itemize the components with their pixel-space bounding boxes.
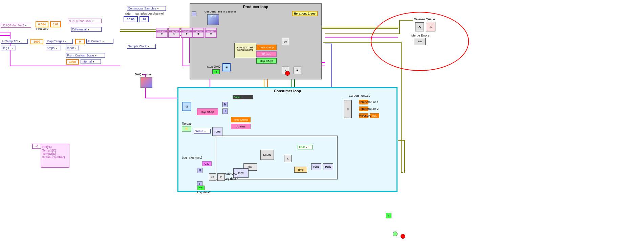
func-node-bottom-1: ≥R: [209, 173, 216, 181]
analog-2d-dbl-block[interactable]: Analog 2D DBL NChan NSamp: [234, 43, 256, 58]
time-stamp-indicator-producer: Time Stamp: [256, 45, 277, 50]
get-datetime-vi[interactable]: DATE: [207, 14, 219, 25]
tohs-node-inner-2: TOHS: [323, 163, 333, 170]
tf-constant-consumer[interactable]: TF: [197, 186, 205, 190]
merge-errors-label: Merge Errors: [411, 34, 429, 37]
stop-daq-label: stop DAQ: [207, 65, 220, 68]
continuous-samples-dropdown[interactable]: Continuous Samples: [127, 6, 166, 11]
release-queue-label: Release Queue: [414, 18, 435, 21]
file-path-label: file path: [182, 122, 193, 125]
tohs-node-1: TOHS: [212, 127, 222, 136]
rate-label: rate: [125, 12, 131, 15]
pressure-right-label: Pressure: [359, 114, 371, 117]
f-box-bottom: F: [386, 213, 391, 218]
temperature1-label: Temperature 1: [359, 100, 379, 104]
val-0004-control[interactable]: 0.004: [36, 21, 48, 27]
from-custom-scale-dropdown[interactable]: From Custom Scale: [66, 53, 105, 58]
tohs-node-inner-1: TOHS: [311, 163, 321, 170]
log-data-label-2: Log data?: [197, 191, 211, 194]
dequeue-icon: ⊡: [182, 102, 191, 111]
ai-temp-tc-dropdown[interactable]: AI Temp TC: [1, 39, 28, 44]
internal-dropdown[interactable]: Internal: [81, 59, 101, 64]
co-label: CO(%): [42, 145, 68, 149]
iteration-badge: Iteration: 1 sec: [292, 11, 318, 16]
pressure-label-left: Pressure: [36, 27, 48, 30]
samples-value-control[interactable]: 10: [139, 16, 149, 22]
n-node-bottom: N: [197, 168, 202, 173]
daqmx-block-1[interactable]: DAQmx ⊕: [156, 28, 168, 38]
enqueue-icon: ⊞: [222, 63, 231, 71]
rate-value-control[interactable]: 10.00: [124, 16, 138, 22]
val-002-control[interactable]: 0.02: [50, 21, 61, 27]
func-node-1: ≥v: [282, 38, 289, 45]
temperature1-row: DBL Temperature 1: [359, 100, 368, 104]
func-and: ∧: [284, 155, 292, 162]
val-1000a-control[interactable]: 1000: [30, 39, 43, 44]
pressure-right-row: DBL DBL Pressure: [359, 113, 379, 118]
create-dropdown[interactable]: create: [194, 129, 211, 134]
producer-loop-title: Producer loop: [243, 5, 269, 9]
consumer-loop-title: Consumer loop: [274, 89, 301, 93]
u32-box: U32: [202, 161, 212, 166]
carbonmonoxide-label: Carbonmonoxid: [349, 94, 370, 97]
deg-c-dropdown[interactable]: Deg C: [1, 46, 16, 50]
daq-module2-dropdown[interactable]: cDAQ1Mod2/ai0: [68, 19, 102, 23]
tf-constant-producer[interactable]: TF: [212, 69, 220, 74]
time-stamp-consumer: Time Stamp: [231, 117, 251, 122]
co-cluster: CO(%) Temp1(C) Temp2(C) Pressure(mbar): [41, 144, 69, 168]
daqmx-row: DAQmx ⊕ DAQmx ⊡ DAQmx ▶: [156, 28, 193, 38]
run-indicator: [393, 232, 398, 236]
val-neg0-control[interactable]: -0: [32, 144, 42, 149]
mbar-dropdown[interactable]: mbar: [66, 46, 79, 50]
temperature2-label: Temperature 2: [359, 107, 379, 111]
temperature2-row: DBL Temperature 2: [359, 106, 368, 111]
daq-cluster-icon: [141, 77, 152, 88]
stop-button-producer[interactable]: [285, 71, 290, 76]
i-terminal: I: [222, 109, 228, 114]
dbl4-box: DBL: [370, 113, 379, 118]
stop-daq-indicator-producer: stop DAQ?: [256, 58, 277, 64]
iteration-terminal-producer: I: [192, 11, 196, 16]
map-ranges-dropdown[interactable]: Map Ranges: [46, 39, 73, 44]
differential-dropdown[interactable]: Differential: [71, 27, 102, 32]
daqmx-block-2[interactable]: DAQmx ⊡: [168, 28, 180, 38]
true-dropdown[interactable]: True: [298, 145, 313, 149]
false-dropdown[interactable]: False: [233, 95, 253, 99]
release-queue-block[interactable]: ✕: [415, 22, 424, 31]
amps-dropdown[interactable]: Amps: [46, 46, 61, 50]
time-block: Time: [294, 167, 307, 173]
log-rates-label: Log rates (sec): [182, 156, 202, 159]
merge-errors-block[interactable]: ⊕⊕: [414, 38, 426, 45]
producer-func-blocks: DAQmx ◉ DAQmx ⊕: [192, 28, 217, 38]
log-data-label-1: Log data?: [224, 177, 238, 180]
get-datetime-label: Get Date/Time In Seconds: [205, 10, 236, 13]
samples-label: samples per channel: [135, 12, 164, 15]
sample-clock-dropdown[interactable]: Sample Clock: [127, 44, 156, 49]
rate-ok-label: Rate OK?: [224, 172, 238, 175]
func-node-bottom-2: ⊡: [217, 173, 225, 181]
mean-function: MEAN: [260, 150, 274, 160]
error-block: ⚠: [426, 22, 435, 31]
twoD-data-consumer: 2D data: [231, 124, 251, 129]
val-0-control[interactable]: 0: [75, 39, 85, 44]
file-path-icon[interactable]: 📁: [182, 126, 191, 131]
func-node-2: ⊞: [294, 67, 301, 74]
val-1000b-control[interactable]: 1000: [66, 59, 79, 65]
temp2-label: Temp2(C): [42, 152, 68, 155]
daq-cluster-label: DAQ cluster: [135, 73, 151, 76]
cluster-right: ⊡: [344, 100, 352, 118]
daqmx-block-3[interactable]: DAQmx ▶: [181, 28, 193, 38]
pressure-mbar-label: Pressure(mbar): [42, 155, 68, 159]
temp1-label: Temp1(C): [42, 149, 68, 152]
producer-loop: Producer loop I Iteration: 1 sec DATE Ge…: [190, 3, 322, 79]
n-terminal: N: [222, 102, 228, 107]
daq-module1-dropdown[interactable]: cDAQ1Mod4/ai2: [1, 23, 31, 28]
stop-button-main[interactable]: [401, 234, 405, 239]
ai-current-dropdown[interactable]: AI Current: [86, 39, 113, 44]
daqmx-block-4[interactable]: DAQmx ◉: [192, 28, 204, 38]
stop-daq-block-consumer: stop DAQ?: [197, 109, 218, 115]
twoD-data-indicator-producer: 2D data: [256, 51, 277, 57]
daqmx-block-5[interactable]: DAQmx ⊕: [205, 28, 217, 38]
